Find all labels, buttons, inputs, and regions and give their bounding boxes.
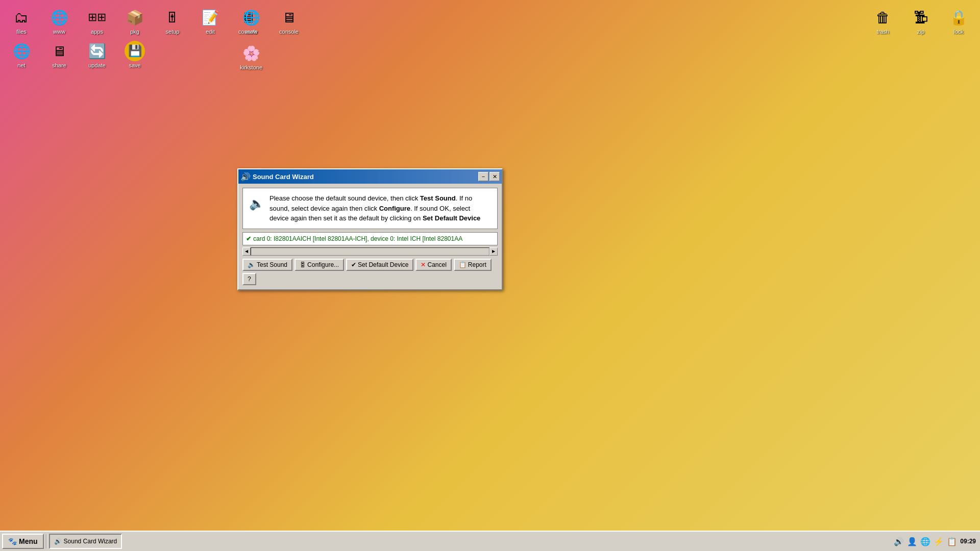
pkg-label: pkg [130,29,139,35]
kirkstone-icon: 🌸 [241,43,261,63]
taskbar-window-button[interactable]: 🔊 Sound Card Wizard [49,534,122,549]
icon-kirkstone[interactable]: 🌸 kirkstone [235,41,267,72]
zip-label: zip [917,29,924,35]
share-icon: 🖥 [49,41,69,61]
sound-icon: 🔈 [249,194,264,213]
dialog-overlay: 🔊 Sound Card Wizard − ✕ 🔈 Please choose … [237,168,503,290]
files-icon: 🗂 [11,7,32,28]
files-label: files [16,29,27,35]
dialog-message-text: Please choose the default sound device, … [270,193,491,223]
www-icon: 🌐 [49,7,69,28]
update-icon: 🔄 [87,41,107,61]
device-text: card 0: I82801AAICH [Intel 82801AA-ICH],… [253,235,462,242]
speaker-icon: 🔈 [248,261,255,268]
dialog-titlebar: 🔊 Sound Card Wizard − ✕ [238,169,502,184]
sound-card-wizard-dialog: 🔊 Sound Card Wizard − ✕ 🔈 Please choose … [237,168,503,290]
icon-setup[interactable]: 🎚 setup [156,5,189,37]
save-icon: 💾 [125,41,145,61]
cancel-icon: ✕ [421,261,426,268]
wizard-taskbar-icon: 🔊 [54,538,62,545]
checkmark-icon: ✔ [351,261,356,268]
cancel-button[interactable]: ✕ Cancel [415,259,451,271]
www-label: www [53,29,65,35]
device-list[interactable]: ✔ card 0: I82801AAICH [Intel 82801AA-ICH… [242,232,498,245]
start-menu-button[interactable]: 🐾 Menu [2,534,44,549]
net-label: net [17,62,25,68]
configure-button[interactable]: 🎛 Configure... [295,259,344,271]
icon-pkg[interactable]: 📦 pkg [118,5,151,37]
icon-www-center[interactable]: 🌐 www [235,5,267,37]
taskbar-separator [46,534,47,548]
icon-www[interactable]: 🌐 www [43,5,76,37]
dialog-body: 🔈 Please choose the default sound device… [238,184,502,289]
dialog-title-buttons: − ✕ [478,172,500,181]
configure-icon: 🎛 [300,261,306,268]
scrollbar: ◀ ▶ [242,247,498,256]
trash-label: trash [877,29,889,35]
icon-lock[interactable]: 🔒 lock [942,5,975,37]
lock-label: lock [953,29,964,35]
volume-tray-icon[interactable]: 🔊 [894,537,904,546]
icon-row-2: 🌐 net 🖥 share 🔄 update 💾 save [5,39,264,70]
dialog-buttons: 🔈 Test Sound 🎛 Configure... ✔ Set Defaul… [242,259,498,285]
clipboard-tray-icon[interactable]: 📋 [947,537,957,546]
icon-console-center[interactable]: 🖥 console [273,5,305,37]
console-center-label: console [279,29,299,35]
dialog-title-icon: 🔊 [240,172,251,182]
dialog-message: 🔈 Please choose the default sound device… [242,188,498,229]
apps-icon: ⊞⊞ [87,7,107,28]
desktop-icons-right: 🗑 trash 🗜 zip 🔒 lock [867,5,975,37]
network-tray-icon[interactable]: 🌐 [920,537,930,546]
setup-label: setup [166,29,180,35]
icon-files[interactable]: 🗂 files [5,5,38,37]
minimize-button[interactable]: − [478,172,488,181]
pkg-icon: 📦 [125,7,145,28]
scroll-right-button[interactable]: ▶ [489,247,498,256]
user-tray-icon[interactable]: 👤 [907,537,917,546]
icon-trash[interactable]: 🗑 trash [867,5,899,37]
check-icon: ✔ [246,235,251,242]
edit-label: edit [206,29,215,35]
icon-row-1: 🗂 files 🌐 www ⊞⊞ apps 📦 pkg 🎚 setup 📝 [5,5,264,37]
net-icon: 🌐 [11,41,32,61]
menu-icon: 🐾 [8,537,17,545]
icon-edit[interactable]: 📝 edit [194,5,227,37]
desktop-icons-center2: 🌸 kirkstone [235,41,267,72]
close-button[interactable]: ✕ [489,172,500,181]
update-label: update [88,62,106,68]
desktop-icons-left: 🗂 files 🌐 www ⊞⊞ apps 📦 pkg 🎚 setup 📝 [5,5,264,70]
taskbar-right: 🔊 👤 🌐 ⚡ 📋 09:29 [894,537,978,546]
scroll-track[interactable] [251,247,489,256]
icon-save[interactable]: 💾 save [118,39,151,70]
report-icon: 📋 [459,261,467,268]
apps-label: apps [91,29,103,35]
report-button[interactable]: 📋 Report [454,259,492,271]
icon-update[interactable]: 🔄 update [81,39,113,70]
scroll-left-button[interactable]: ◀ [242,247,251,256]
kirkstone-label: kirkstone [240,64,262,70]
device-item[interactable]: ✔ card 0: I82801AAICH [Intel 82801AA-ICH… [244,234,496,244]
trash-icon: 🗑 [873,7,893,28]
console-center-icon: 🖥 [279,7,299,28]
dialog-title-text: Sound Card Wizard [253,173,314,181]
icon-net[interactable]: 🌐 net [5,39,38,70]
taskbar-time: 09:29 [960,538,976,545]
dialog-title-left: 🔊 Sound Card Wizard [240,172,314,182]
edit-icon: 📝 [200,7,220,28]
www-center-label: www [245,29,257,35]
icon-apps[interactable]: ⊞⊞ apps [81,5,113,37]
set-default-button[interactable]: ✔ Set Default Device [346,259,413,271]
lock-icon: 🔒 [948,7,969,28]
taskbar: 🐾 Menu 🔊 Sound Card Wizard 🔊 👤 🌐 ⚡ 📋 09:… [0,531,980,551]
share-label: share [52,62,66,68]
battery-tray-icon[interactable]: ⚡ [934,537,944,546]
setup-icon: 🎚 [162,7,183,28]
test-sound-button[interactable]: 🔈 Test Sound [242,259,292,271]
icon-share[interactable]: 🖥 share [43,39,76,70]
icon-zip[interactable]: 🗜 zip [904,5,937,37]
www-center-icon: 🌐 [241,7,261,28]
desktop-icons-center: 🌐 www 🖥 console [235,5,305,37]
help-button[interactable]: ? [242,273,256,285]
zip-icon: 🗜 [911,7,931,28]
save-label: save [129,62,140,68]
